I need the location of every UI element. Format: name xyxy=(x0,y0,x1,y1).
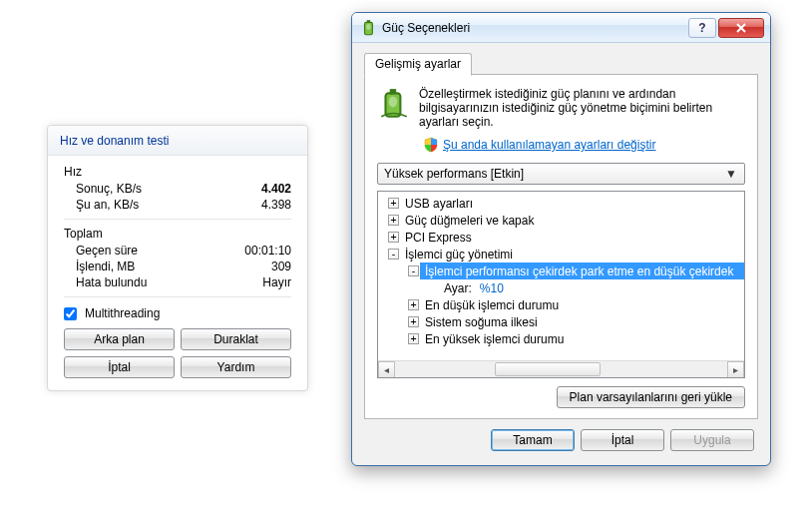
svg-point-5 xyxy=(389,97,398,108)
processed-row: İşlendi, MB 309 xyxy=(64,259,291,274)
speed-test-panel: Hız ve donanım testi Hız Sonuç, KB/s 4.4… xyxy=(47,125,308,391)
elapsed-label: Geçen süre xyxy=(76,244,138,258)
scroll-thumb[interactable] xyxy=(495,362,602,376)
dialog-title: Güç Seçenekleri xyxy=(378,21,686,35)
expand-icon[interactable]: + xyxy=(388,232,399,243)
errors-row: Hata bulundu Hayır xyxy=(64,274,291,290)
result-row: Sonuç, KB/s 4.402 xyxy=(64,181,291,197)
now-value: 4.398 xyxy=(261,198,291,212)
apply-button[interactable]: Uygula xyxy=(670,429,754,451)
expand-icon[interactable]: + xyxy=(388,198,399,209)
shield-icon xyxy=(423,137,439,153)
scroll-left-button[interactable]: ◂ xyxy=(378,361,395,378)
elapsed-row: Geçen süre 00:01:10 xyxy=(64,243,291,259)
power-icon xyxy=(360,19,378,37)
cancel-dialog-button[interactable]: İptal xyxy=(581,429,664,451)
errors-label: Hata bulundu xyxy=(76,275,147,289)
tab-advanced[interactable]: Gelişmiş ayarlar xyxy=(364,53,472,76)
multithreading-label: Multithreading xyxy=(85,306,160,320)
help-titlebar-button[interactable]: ? xyxy=(688,18,716,38)
setting-value: %10 xyxy=(480,281,504,295)
power-plan-combo[interactable]: Yüksek performans [Etkin] ▼ xyxy=(377,163,745,185)
tree-node-max-state[interactable]: + En yüksek işlemci durumu xyxy=(378,330,744,347)
processed-label: İşlendi, MB xyxy=(76,260,135,273)
help-button[interactable]: Yardım xyxy=(181,356,291,378)
dialog-titlebar[interactable]: Güç Seçenekleri ? xyxy=(352,13,770,43)
svg-rect-4 xyxy=(390,89,396,94)
collapse-icon[interactable]: - xyxy=(408,265,419,276)
panel-title: Hız ve donanım testi xyxy=(48,126,307,156)
close-icon xyxy=(735,23,747,33)
tab-pane: Özelleştirmek istediğiniz güç planını ve… xyxy=(364,74,758,419)
dialog-description: Özelleştirmek istediğiniz güç planını ve… xyxy=(419,87,745,129)
horizontal-scrollbar[interactable]: ◂ ▸ xyxy=(378,360,744,377)
settings-tree[interactable]: + USB ayarları + Güç düğmeleri ve kapak … xyxy=(377,191,745,378)
background-button[interactable]: Arka plan xyxy=(64,328,175,350)
cancel-button[interactable]: İptal xyxy=(64,356,175,378)
tree-node-core-parking[interactable]: - İşlemci performansı çekirdek park etme… xyxy=(420,263,744,279)
chevron-down-icon: ▼ xyxy=(722,167,740,181)
change-unavailable-link[interactable]: Şu anda kullanılamayan ayarları değiştir xyxy=(443,138,655,152)
svg-point-2 xyxy=(366,24,371,30)
close-button[interactable] xyxy=(718,18,764,38)
tree-node-min-state[interactable]: + En düşük işlemci durumu xyxy=(378,296,744,313)
elapsed-value: 00:01:10 xyxy=(244,244,291,258)
restore-defaults-button[interactable]: Plan varsayılanlarını geri yükle xyxy=(557,386,745,408)
expand-icon[interactable]: + xyxy=(388,215,399,226)
result-value: 4.402 xyxy=(261,182,291,196)
collapse-icon[interactable]: - xyxy=(388,249,399,260)
battery-icon xyxy=(377,87,411,121)
now-label: Şu an, KB/s xyxy=(76,198,139,212)
tree-setting-row[interactable]: Ayar: %10 xyxy=(378,279,744,296)
now-row: Şu an, KB/s 4.398 xyxy=(64,197,291,213)
scroll-track[interactable] xyxy=(395,361,727,377)
power-plan-value: Yüksek performans [Etkin] xyxy=(384,167,722,181)
expand-icon[interactable]: + xyxy=(408,316,419,327)
total-section-header: Toplam xyxy=(64,223,291,243)
tree-node-power-buttons[interactable]: + Güç düğmeleri ve kapak xyxy=(378,212,744,229)
multithreading-row[interactable]: Multithreading xyxy=(64,300,291,324)
pause-button[interactable]: Duraklat xyxy=(181,328,291,350)
scroll-right-button[interactable]: ▸ xyxy=(727,361,744,378)
errors-value: Hayır xyxy=(262,275,291,289)
tree-node-cooling[interactable]: + Sistem soğuma ilkesi xyxy=(378,313,744,330)
setting-label: Ayar: xyxy=(444,281,472,295)
tree-node-usb[interactable]: + USB ayarları xyxy=(378,195,744,212)
result-label: Sonuç, KB/s xyxy=(76,182,142,196)
ok-button[interactable]: Tamam xyxy=(491,429,575,451)
svg-rect-1 xyxy=(367,20,370,23)
multithreading-checkbox[interactable] xyxy=(64,307,77,320)
expand-icon[interactable]: + xyxy=(408,333,419,344)
expand-icon[interactable]: + xyxy=(408,299,419,310)
speed-section-header: Hız xyxy=(64,161,291,181)
tree-node-pci[interactable]: + PCI Express xyxy=(378,229,744,246)
processed-value: 309 xyxy=(271,260,291,273)
tree-node-cpu[interactable]: - İşlemci güç yönetimi xyxy=(378,246,744,263)
power-options-dialog: Güç Seçenekleri ? Gelişmiş ayarlar Özell… xyxy=(351,12,771,466)
